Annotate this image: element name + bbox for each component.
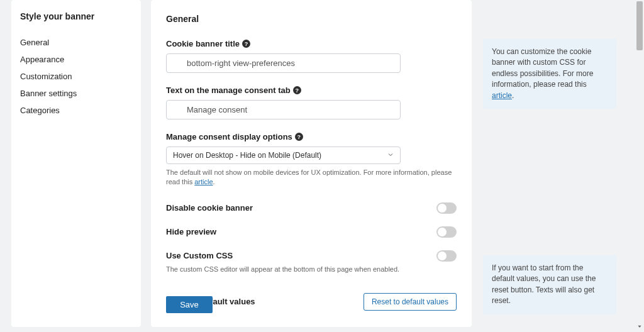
sidebar-item-appearance[interactable]: Appearance	[20, 51, 132, 68]
sidebar-item-categories[interactable]: Categories	[20, 102, 132, 119]
sidebar-item-general[interactable]: General	[20, 34, 132, 51]
field-manage-consent-tab: Text on the manage consent tab ?	[166, 86, 457, 119]
hide-preview-toggle[interactable]	[436, 226, 457, 238]
row-disable-cookie-banner: Disable cookie banner	[166, 200, 457, 214]
use-custom-css-label: Use Custom CSS	[166, 251, 233, 260]
info-card-reset: If you want to start from the default va…	[483, 255, 616, 314]
info-bottom-text: If you want to start from the default va…	[492, 263, 596, 305]
display-options-label: Manage consent display options	[166, 132, 292, 141]
save-button[interactable]: Save	[166, 296, 213, 313]
page-title: General	[166, 14, 457, 24]
help-text-suffix: .	[213, 178, 215, 185]
info-top-prefix: You can customize the cookie banner with…	[492, 47, 593, 89]
help-icon[interactable]: ?	[293, 86, 301, 94]
info-top-suffix: .	[512, 91, 514, 100]
manage-consent-tab-label: Text on the manage consent tab	[166, 86, 291, 95]
cookie-banner-title-label: Cookie banner title	[166, 39, 240, 48]
hide-preview-label: Hide preview	[166, 227, 216, 236]
use-custom-css-sub: The custom CSS editor will appear at the…	[166, 265, 457, 273]
reset-button[interactable]: Reset to default values	[364, 293, 457, 311]
row-hide-preview: Hide preview	[166, 224, 457, 238]
scrollbar[interactable]	[636, 1, 643, 331]
field-cookie-banner-title: Cookie banner title ?	[166, 39, 457, 73]
help-icon[interactable]: ?	[295, 133, 303, 141]
display-options-help: The default will not show on mobile devi…	[166, 168, 457, 187]
disable-cookie-banner-label: Disable cookie banner	[166, 203, 253, 213]
help-icon[interactable]: ?	[242, 40, 250, 48]
manage-consent-tab-input[interactable]	[166, 100, 401, 119]
sidebar-title: Style your banner	[20, 11, 132, 21]
main-panel: General Cookie banner title ? Text on th…	[151, 0, 472, 327]
scroll-down-icon[interactable]	[636, 323, 643, 329]
display-options-select[interactable]: Hover on Desktop - Hide on Mobile (Defau…	[166, 147, 401, 164]
svg-marker-0	[638, 326, 641, 328]
article-link[interactable]: article	[194, 178, 213, 185]
article-link[interactable]: article	[492, 91, 512, 100]
sidebar-item-customization[interactable]: Customization	[20, 68, 132, 85]
cookie-banner-title-input[interactable]	[166, 53, 401, 73]
field-display-options: Manage consent display options ? Hover o…	[166, 132, 457, 187]
row-use-custom-css: Use Custom CSS	[166, 248, 457, 262]
sidebar-item-banner-settings[interactable]: Banner settings	[20, 85, 132, 102]
disable-cookie-banner-toggle[interactable]	[436, 202, 457, 214]
info-card-custom-css: You can customize the cookie banner with…	[483, 39, 616, 109]
sidebar: Style your banner General Appearance Cus…	[11, 0, 141, 327]
use-custom-css-toggle[interactable]	[436, 250, 457, 262]
scrollbar-thumb[interactable]	[636, 1, 643, 50]
